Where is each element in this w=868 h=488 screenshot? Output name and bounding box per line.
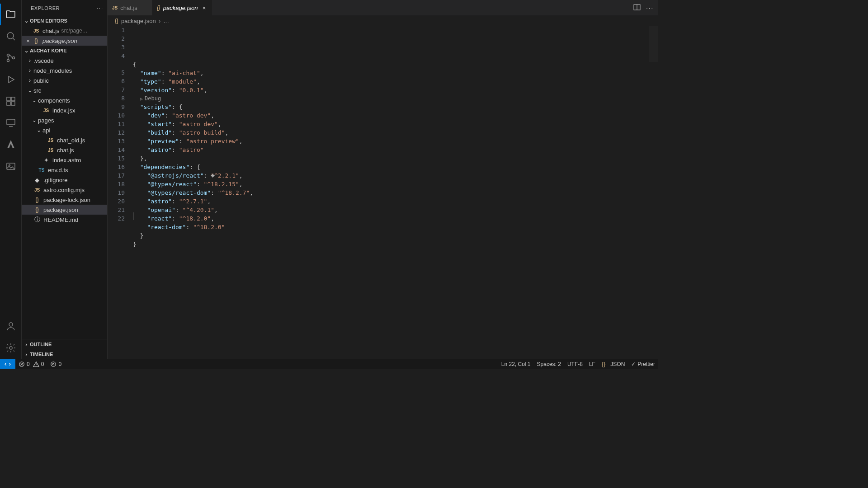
chevron-right-icon[interactable]: › — [26, 67, 33, 74]
open-editors-header[interactable]: ⌄ OPEN EDITORS — [22, 16, 107, 26]
code-line[interactable]: "build": "astro build", — [133, 128, 649, 137]
gitignore-icon: ◆ — [33, 177, 41, 183]
explorer-icon[interactable] — [0, 4, 22, 25]
search-icon[interactable] — [0, 25, 22, 47]
folder-item[interactable]: ⌄api — [22, 125, 107, 135]
code-line[interactable]: "type": "module", — [133, 77, 649, 86]
svg-rect-5 — [11, 97, 15, 101]
source-control-icon[interactable] — [0, 47, 22, 69]
info-icon: ⓘ — [33, 216, 41, 224]
file-item[interactable]: ⓘREADME.md — [22, 215, 107, 225]
code-line[interactable]: "@astrojs/react": "^2.2.1", — [133, 171, 649, 180]
code-line[interactable]: "openai": "^4.20.1", — [133, 206, 649, 214]
folder-item[interactable]: ›node_modules — [22, 66, 107, 75]
code-line[interactable]: "dependencies": { — [133, 163, 649, 171]
code-line[interactable]: "name": "ai-chat", — [133, 69, 649, 77]
code-line[interactable]: "@types/react": "^18.2.15", — [133, 180, 649, 188]
code-line[interactable]: }, — [133, 154, 649, 163]
astro-icon[interactable] — [0, 134, 22, 155]
eol[interactable]: LF — [586, 361, 599, 367]
chevron-down-icon: ⌄ — [23, 18, 30, 24]
editor-tab[interactable]: {}package.json× — [152, 0, 213, 15]
file-item[interactable]: ◆.gitignore — [22, 175, 107, 185]
code-line[interactable]: "scripts": { — [133, 103, 649, 111]
js-icon: JS — [33, 28, 40, 33]
file-item[interactable]: JSchat.js — [22, 145, 107, 155]
outline-header[interactable]: › OUTLINE — [22, 339, 107, 349]
formatter[interactable]: ✓ Prettier — [628, 361, 658, 367]
remote-explorer-icon[interactable] — [0, 112, 22, 134]
folder-item[interactable]: ⌄pages — [22, 115, 107, 125]
folder-item[interactable]: ›.vscode — [22, 56, 107, 66]
close-icon[interactable]: × — [24, 38, 33, 44]
accounts-icon[interactable] — [0, 315, 22, 337]
code-editor[interactable]: 12345678910111213141516171819202122 ⌖ { … — [108, 26, 658, 359]
codelens-label: Debug — [145, 94, 161, 103]
svg-rect-6 — [7, 102, 10, 105]
code-line[interactable]: "dev": "astro dev", — [133, 111, 649, 120]
code-line[interactable]: "preview": "astro preview", — [133, 137, 649, 145]
image-icon[interactable] — [0, 155, 22, 177]
extensions-icon[interactable] — [0, 90, 22, 112]
code-line[interactable] — [133, 249, 649, 257]
editor-tab[interactable]: JSchat.js — [108, 0, 152, 15]
encoding[interactable]: UTF-8 — [564, 361, 586, 367]
chevron-down-icon[interactable]: ⌄ — [31, 97, 38, 103]
code-line[interactable]: "start": "astro dev", — [133, 120, 649, 128]
open-editor-item[interactable]: JSchat.jssrc/page… — [22, 26, 107, 36]
code-line[interactable]: "react-dom": "^18.2.0" — [133, 223, 649, 231]
folder-item[interactable]: ⌄components — [22, 95, 107, 105]
problems-warnings[interactable]: 0 — [33, 361, 47, 367]
code-line[interactable]: } — [133, 240, 649, 249]
close-icon[interactable]: × — [200, 5, 208, 11]
code-line[interactable]: { — [133, 60, 649, 69]
breadcrumb-sep: › — [159, 18, 160, 24]
code-line[interactable]: "astro": "astro" — [133, 145, 649, 154]
code-line[interactable]: "astro": "^2.7.1", — [133, 197, 649, 206]
code-line[interactable]: "version": "0.0.1", — [133, 86, 649, 94]
breadcrumbs[interactable]: {} package.json › … — [108, 16, 658, 26]
code-line[interactable]: } — [133, 231, 649, 240]
file-item[interactable]: JSastro.config.mjs — [22, 185, 107, 195]
more-icon[interactable]: ··· — [97, 5, 104, 11]
file-item[interactable]: {}package.json — [22, 205, 107, 215]
minimap[interactable] — [649, 26, 658, 359]
run-debug-icon[interactable] — [0, 69, 22, 90]
file-item[interactable]: ✦index.astro — [22, 155, 107, 165]
chevron-down-icon[interactable]: ⌄ — [31, 117, 38, 123]
file-item[interactable]: TSenv.d.ts — [22, 165, 107, 175]
split-editor-icon[interactable] — [633, 4, 641, 12]
svg-point-12 — [9, 347, 12, 349]
indentation[interactable]: Spaces: 2 — [534, 361, 564, 367]
folder-item[interactable]: ›public — [22, 75, 107, 85]
chevron-right-icon[interactable]: › — [26, 77, 33, 84]
open-editor-item[interactable]: ×{}package.json — [22, 36, 107, 46]
tree-label: public — [33, 77, 49, 84]
more-actions-icon[interactable]: ··· — [646, 5, 654, 11]
file-item[interactable]: {}package-lock.json — [22, 195, 107, 205]
cursor-position[interactable]: Ln 22, Col 1 — [498, 361, 534, 367]
settings-gear-icon[interactable] — [0, 337, 22, 359]
editor-area: JSchat.js{}package.json× ··· {} package.… — [108, 0, 658, 359]
chevron-right-icon[interactable]: › — [26, 57, 33, 64]
language-mode[interactable]: {} JSON — [599, 361, 628, 367]
file-item[interactable]: JSindex.jsx — [22, 105, 107, 115]
code-line[interactable]: "react": "^18.2.0", — [133, 214, 649, 223]
remote-indicator[interactable] — [0, 359, 15, 369]
ports[interactable]: 0 — [47, 361, 65, 367]
timeline-header[interactable]: › TIMELINE — [22, 349, 107, 359]
json-icon: {} — [602, 361, 605, 367]
svg-point-1 — [7, 54, 9, 56]
svg-rect-8 — [7, 119, 15, 125]
code-line[interactable]: "@types/react-dom": "^18.2.7", — [133, 188, 649, 197]
chevron-down-icon[interactable]: ⌄ — [35, 127, 42, 133]
problems-errors[interactable]: 0 — [15, 361, 33, 367]
json-icon: {} — [157, 5, 160, 11]
folder-item[interactable]: ⌄src — [22, 85, 107, 95]
svg-point-11 — [9, 323, 13, 326]
svg-rect-4 — [7, 97, 10, 101]
file-item[interactable]: JSchat_old.js — [22, 135, 107, 145]
project-header[interactable]: ⌄ AI-CHAT KOPIE — [22, 46, 107, 56]
codelens-debug[interactable]: ▷Debug — [133, 94, 649, 103]
chevron-down-icon[interactable]: ⌄ — [26, 87, 33, 94]
